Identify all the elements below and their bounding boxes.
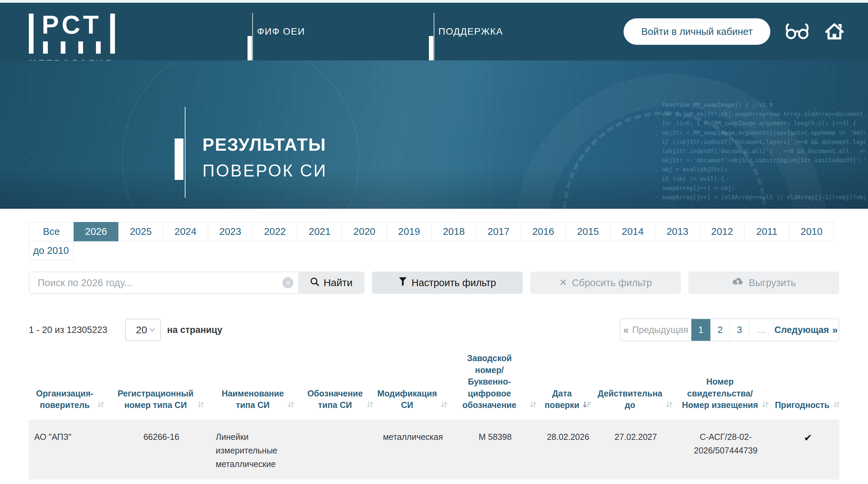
ruler-tick <box>78 41 83 54</box>
export-icon <box>732 277 744 288</box>
column-header-certificate-number[interactable]: Номер свидетельства/ Номер извещения <box>675 352 777 420</box>
cell-valid-until: 27.02.2027 <box>597 480 674 484</box>
clear-search-icon[interactable]: ✕ <box>282 277 293 288</box>
column-header-verification-date[interactable]: Дата поверки <box>539 352 597 420</box>
tab-year-before-2010[interactable]: до 2010 <box>28 241 74 260</box>
cell-type-designation <box>307 421 375 480</box>
cell-type-name: Линейки измерительные металлические <box>210 421 307 480</box>
tab-year-all[interactable]: Все <box>29 222 74 241</box>
cell-modification: металлическая <box>375 480 451 484</box>
nav-item-label: ФИФ ОЕИ <box>257 26 305 37</box>
nav-divider-line <box>434 13 434 60</box>
pagination-summary: 1 - 20 из 12305223 20 на страницу <box>29 319 222 341</box>
sort-icon[interactable] <box>665 400 674 410</box>
reset-filter-button[interactable]: ✕ Сбросить фильтр <box>530 272 681 294</box>
tab-year-2016[interactable]: 2016 <box>521 222 566 241</box>
previous-page-button[interactable]: « Предыдущая <box>620 319 691 341</box>
column-header-organization[interactable]: Организация- поверитель <box>29 352 112 420</box>
tab-year-2010[interactable]: 2010 <box>789 222 834 241</box>
page-button-1[interactable]: 1 <box>691 319 710 341</box>
cell-certificate-number: С-АСГ/28-02- 2026/507444739 <box>675 421 777 480</box>
sort-icon[interactable] <box>440 400 449 410</box>
sort-icon[interactable] <box>366 400 374 410</box>
tab-year-2012[interactable]: 2012 <box>699 222 745 241</box>
configure-filter-button[interactable]: Настроить фильтр <box>372 272 523 294</box>
logo-middle: РСТ <box>34 14 110 54</box>
logo-right-bar <box>110 14 115 54</box>
cell-organization: АО "АПЗ" <box>29 421 112 480</box>
tab-year-2026[interactable]: 2026 <box>74 222 119 241</box>
tab-year-2023[interactable]: 2023 <box>208 222 253 241</box>
column-header-type-designation[interactable]: Обозначение типа СИ <box>307 352 375 420</box>
table-row[interactable]: АО "АПЗ" 20048-05 Линейки измерительные … <box>29 480 839 484</box>
page-button-2[interactable]: 2 <box>710 319 730 341</box>
cell-valid-until: 27.02.2027 <box>597 421 674 480</box>
sort-icon[interactable] <box>529 400 537 410</box>
search-icon <box>310 277 319 289</box>
tab-year-2022[interactable]: 2022 <box>252 222 297 241</box>
prev-icon: « <box>623 324 629 336</box>
tab-year-2017[interactable]: 2017 <box>476 222 521 241</box>
tab-year-2021[interactable]: 2021 <box>297 222 342 241</box>
tab-year-2018[interactable]: 2018 <box>431 222 476 241</box>
logo-mark: РСТ <box>29 14 115 54</box>
sort-icon[interactable] <box>761 400 770 410</box>
cell-verification-date: 28.02.2026 <box>539 421 597 480</box>
tab-year-2025[interactable]: 2025 <box>118 222 163 241</box>
tab-year-2024[interactable]: 2024 <box>163 222 208 241</box>
column-header-reg-number[interactable]: Регистрационный номер типа СИ <box>112 352 210 420</box>
nav-divider-bar <box>429 36 433 60</box>
hero-banner: function MM_swapImage() { //v2.0 var i,j… <box>0 60 868 209</box>
per-page-label: на страницу <box>167 325 222 335</box>
search-input[interactable] <box>29 272 298 294</box>
nav-item-fif-oei[interactable]: ФИФ ОЕИ <box>243 3 305 60</box>
nav-item-support[interactable]: ПОДДЕРЖКА <box>425 3 503 60</box>
column-header-type-name[interactable]: Наименование типа СИ <box>210 352 307 420</box>
column-header-modification[interactable]: Модификация СИ <box>375 352 451 420</box>
cell-reg-number: 20048-05 <box>112 480 210 484</box>
export-button[interactable]: Выгрузить <box>688 272 839 294</box>
tab-year-2014[interactable]: 2014 <box>610 222 655 241</box>
cell-verification-date: 28.02.2026 <box>539 480 597 484</box>
column-header-serial-number[interactable]: Заводской номер/ Буквенно- цифровое обоз… <box>451 352 539 420</box>
sort-icon[interactable] <box>287 400 295 410</box>
page-size-value: 20 <box>136 324 147 336</box>
next-page-button[interactable]: Следующая » <box>773 319 839 341</box>
accessibility-glasses-button[interactable] <box>785 23 810 41</box>
cell-modification: металлическая <box>375 421 451 480</box>
sort-icon[interactable] <box>196 400 205 410</box>
table-row[interactable]: АО "АПЗ" 66266-16 Линейки измерительные … <box>29 421 839 480</box>
ruler-tick <box>96 41 101 54</box>
find-button-label: Найти <box>323 277 353 288</box>
site-header: РСТ МЕТРОЛОГИЯ ФИФ ОЕИ ПОДДЕРЖКА Войти в… <box>0 3 868 60</box>
page-title: РЕЗУЛЬТАТЫ ПОВЕРОК СИ <box>202 136 327 179</box>
ruler-tick <box>61 41 65 54</box>
sort-icon[interactable] <box>96 400 105 410</box>
login-button[interactable]: Войти в личный кабинет <box>624 18 770 45</box>
logo-left-bar <box>29 14 34 54</box>
glasses-icon <box>785 23 810 41</box>
tab-year-2013[interactable]: 2013 <box>655 222 700 241</box>
cell-certificate-number: С-АСГ/28-02- 2026/507444740 <box>675 480 777 484</box>
hero-accent-bar <box>175 138 183 180</box>
cell-serial-number: М 58398 <box>451 421 539 480</box>
cell-organization: АО "АПЗ" <box>29 480 112 484</box>
find-button[interactable]: Найти <box>298 272 364 294</box>
sort-desc-icon[interactable] <box>582 400 592 410</box>
page-size-select[interactable]: 20 <box>125 319 161 341</box>
home-button[interactable] <box>825 22 844 41</box>
column-header-valid-until[interactable]: Действительна до <box>597 352 674 420</box>
sort-icon[interactable] <box>832 400 841 410</box>
column-header-suitability[interactable]: Пригодность <box>777 352 839 420</box>
cell-type-designation <box>307 480 375 484</box>
tab-year-2015[interactable]: 2015 <box>566 222 611 241</box>
ruler-tick <box>43 41 48 54</box>
tab-year-2020[interactable]: 2020 <box>342 222 387 241</box>
page-title-line1: РЕЗУЛЬТАТЫ <box>202 136 327 153</box>
tab-year-2019[interactable]: 2019 <box>387 222 432 241</box>
hero-accent-line <box>185 107 185 198</box>
page-button-3[interactable]: 3 <box>730 319 749 341</box>
logo-ruler-ticks <box>42 41 102 54</box>
hero-code-texture: function MM_swapImage() { //v2.0 var i,j… <box>662 100 865 202</box>
tab-year-2011[interactable]: 2011 <box>744 222 789 241</box>
